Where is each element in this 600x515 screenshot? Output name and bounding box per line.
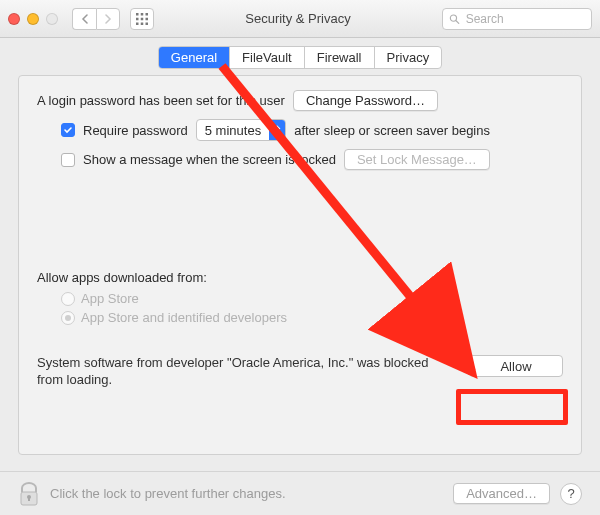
svg-rect-4 <box>141 17 144 20</box>
search-icon <box>449 13 460 25</box>
titlebar: Security & Privacy <box>0 0 600 38</box>
back-button[interactable] <box>72 8 96 30</box>
require-password-label: Require password <box>83 123 188 138</box>
svg-rect-0 <box>136 13 139 16</box>
tab-filevault[interactable]: FileVault <box>230 47 305 68</box>
lock-icon[interactable] <box>18 481 40 507</box>
svg-point-9 <box>450 14 456 20</box>
allow-apps-heading: Allow apps downloaded from: <box>37 270 207 285</box>
tab-firewall[interactable]: Firewall <box>305 47 375 68</box>
svg-rect-7 <box>141 22 144 25</box>
svg-rect-2 <box>146 13 149 16</box>
allow-identified-radio <box>61 311 75 325</box>
close-icon[interactable] <box>8 13 20 25</box>
svg-line-10 <box>456 20 459 23</box>
tab-bar: General FileVault Firewall Privacy <box>158 46 442 69</box>
svg-rect-1 <box>141 13 144 16</box>
show-message-label: Show a message when the screen is locked <box>83 152 336 167</box>
nav-buttons <box>72 8 120 30</box>
general-panel: A login password has been set for this u… <box>18 75 582 455</box>
allow-appstore-radio <box>61 292 75 306</box>
svg-rect-13 <box>28 497 30 501</box>
svg-rect-6 <box>136 22 139 25</box>
minimize-icon[interactable] <box>27 13 39 25</box>
forward-button[interactable] <box>96 8 120 30</box>
set-lock-message-button: Set Lock Message… <box>344 149 490 170</box>
lock-hint-text: Click the lock to prevent further change… <box>50 486 286 501</box>
allow-appstore-label: App Store <box>81 291 139 306</box>
svg-rect-5 <box>146 17 149 20</box>
tab-privacy[interactable]: Privacy <box>375 47 442 68</box>
require-delay-select[interactable]: 5 minutes <box>196 119 286 141</box>
blocked-software-text: System software from developer "Oracle A… <box>37 355 457 389</box>
show-message-checkbox[interactable] <box>61 153 75 167</box>
show-all-button[interactable] <box>130 8 154 30</box>
footer-bar: Click the lock to prevent further change… <box>0 471 600 515</box>
advanced-button[interactable]: Advanced… <box>453 483 550 504</box>
require-password-suffix: after sleep or screen saver begins <box>294 123 490 138</box>
window-controls <box>8 13 58 25</box>
change-password-button[interactable]: Change Password… <box>293 90 438 111</box>
search-input[interactable] <box>464 11 585 27</box>
stepper-icon <box>269 120 285 140</box>
svg-rect-8 <box>146 22 149 25</box>
window-title: Security & Privacy <box>162 11 434 26</box>
login-password-label: A login password has been set for this u… <box>37 93 285 108</box>
require-delay-value: 5 minutes <box>205 123 269 138</box>
svg-rect-3 <box>136 17 139 20</box>
maximize-icon <box>46 13 58 25</box>
allow-identified-label: App Store and identified developers <box>81 310 287 325</box>
require-password-checkbox[interactable] <box>61 123 75 137</box>
help-button[interactable]: ? <box>560 483 582 505</box>
check-icon <box>63 125 73 135</box>
grid-icon <box>136 13 148 25</box>
allow-button[interactable]: Allow <box>469 355 563 377</box>
tab-general[interactable]: General <box>159 47 230 68</box>
search-field[interactable] <box>442 8 592 30</box>
